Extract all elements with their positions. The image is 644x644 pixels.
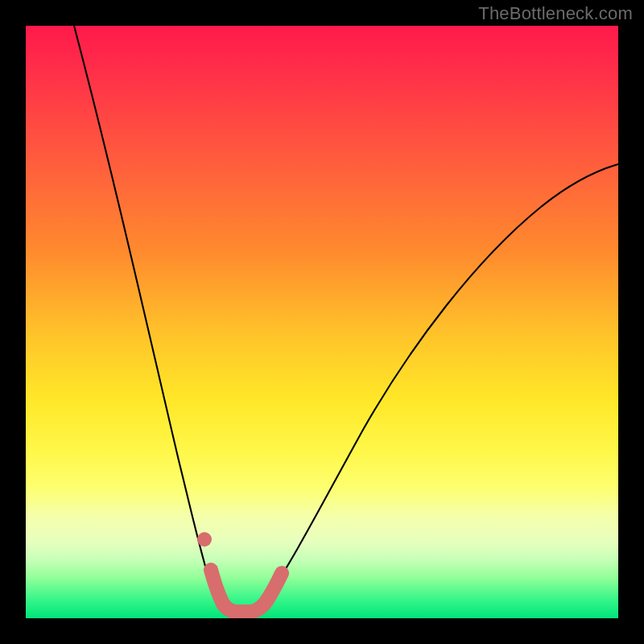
- highlight-marker-dot: [197, 532, 212, 547]
- plot-area: [26, 26, 618, 618]
- optimal-band-highlight: [211, 570, 282, 612]
- bottleneck-curve-left: [74, 26, 235, 617]
- bottleneck-curve-right: [235, 164, 618, 617]
- chart-frame: TheBottleneck.com: [0, 0, 644, 644]
- curve-layer: [26, 26, 618, 618]
- watermark-text: TheBottleneck.com: [478, 3, 633, 24]
